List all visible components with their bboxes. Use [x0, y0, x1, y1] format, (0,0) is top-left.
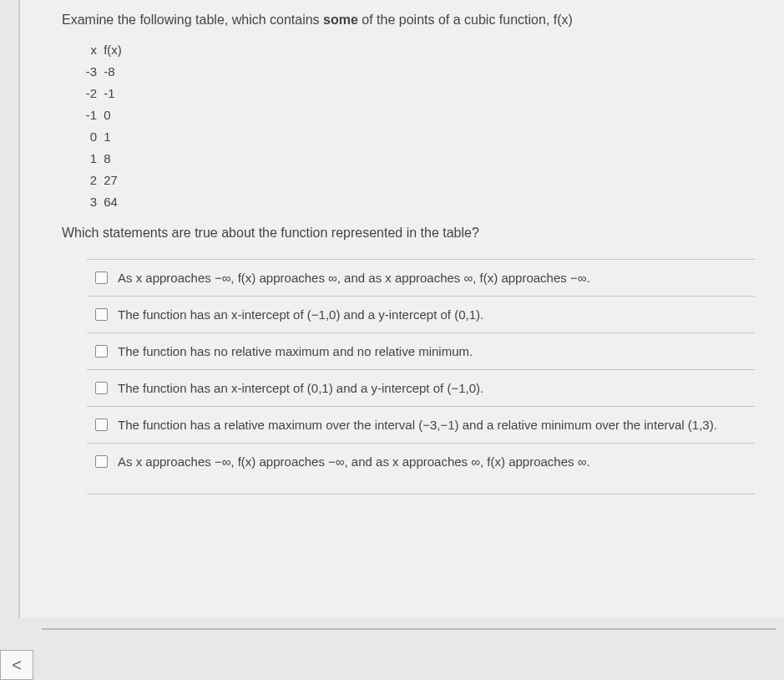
table-row: 2 27: [78, 173, 755, 187]
table-cell-fx: 27: [104, 173, 129, 187]
option-text: The function has a relative maximum over…: [118, 418, 755, 432]
divider: [42, 628, 776, 630]
table-header-x: x: [78, 43, 97, 57]
prompt-text-pre: Examine the following table, which conta…: [62, 13, 323, 27]
table-row: -3 -8: [78, 64, 755, 79]
sub-prompt: Which statements are true about the func…: [62, 226, 755, 241]
table-header-row: x f(x): [78, 43, 755, 57]
option-row[interactable]: As x approaches −∞, f(x) approaches −∞, …: [87, 443, 755, 495]
checkbox[interactable]: [95, 308, 108, 321]
table-cell-fx: -1: [104, 86, 129, 100]
table-cell-x: -3: [78, 64, 97, 79]
table-cell-x: -2: [78, 86, 97, 100]
table-cell-x: 3: [78, 195, 97, 209]
option-text: As x approaches −∞, f(x) approaches ∞, a…: [118, 271, 755, 285]
checkbox[interactable]: [95, 419, 108, 431]
table-cell-fx: 0: [104, 108, 129, 122]
table-header-fx: f(x): [104, 43, 129, 57]
option-row[interactable]: The function has a relative maximum over…: [87, 406, 755, 443]
table-cell-fx: 1: [104, 129, 129, 144]
table-row: 1 8: [78, 151, 755, 165]
checkbox[interactable]: [95, 271, 108, 284]
question-prompt: Examine the following table, which conta…: [62, 13, 755, 28]
option-text: The function has an x-intercept of (−1,0…: [118, 307, 755, 322]
chevron-left-icon: <: [12, 656, 22, 675]
data-table: x f(x) -3 -8 -2 -1 -1 0 0 1 1 8 2 27 3 6: [78, 43, 755, 209]
table-row: 3 64: [78, 195, 755, 209]
checkbox[interactable]: [95, 455, 108, 468]
table-cell-x: 1: [78, 151, 97, 165]
table-row: 0 1: [78, 129, 755, 144]
checkbox[interactable]: [95, 382, 108, 394]
option-row[interactable]: The function has an x-intercept of (0,1)…: [87, 369, 755, 406]
table-cell-x: 0: [78, 129, 97, 144]
table-cell-x: 2: [78, 173, 97, 187]
option-text: As x approaches −∞, f(x) approaches −∞, …: [118, 454, 755, 469]
table-cell-fx: 8: [104, 151, 129, 165]
table-cell-fx: 64: [104, 195, 129, 209]
table-cell-x: -1: [78, 108, 97, 122]
table-cell-fx: -8: [104, 64, 129, 79]
option-row[interactable]: The function has no relative maximum and…: [87, 332, 755, 369]
prev-button[interactable]: <: [0, 650, 33, 680]
options-list: As x approaches −∞, f(x) approaches ∞, a…: [87, 259, 755, 495]
prompt-text-bold: some: [323, 13, 358, 27]
question-content: Examine the following table, which conta…: [18, 0, 784, 618]
option-text: The function has no relative maximum and…: [118, 344, 755, 358]
option-row[interactable]: The function has an x-intercept of (−1,0…: [87, 296, 755, 332]
prompt-text-post: of the points of a cubic function, f(x): [358, 13, 573, 27]
table-row: -2 -1: [78, 86, 755, 100]
option-text: The function has an x-intercept of (0,1)…: [118, 381, 755, 395]
checkbox[interactable]: [95, 345, 108, 358]
table-row: -1 0: [78, 108, 755, 122]
option-row[interactable]: As x approaches −∞, f(x) approaches ∞, a…: [87, 259, 755, 296]
